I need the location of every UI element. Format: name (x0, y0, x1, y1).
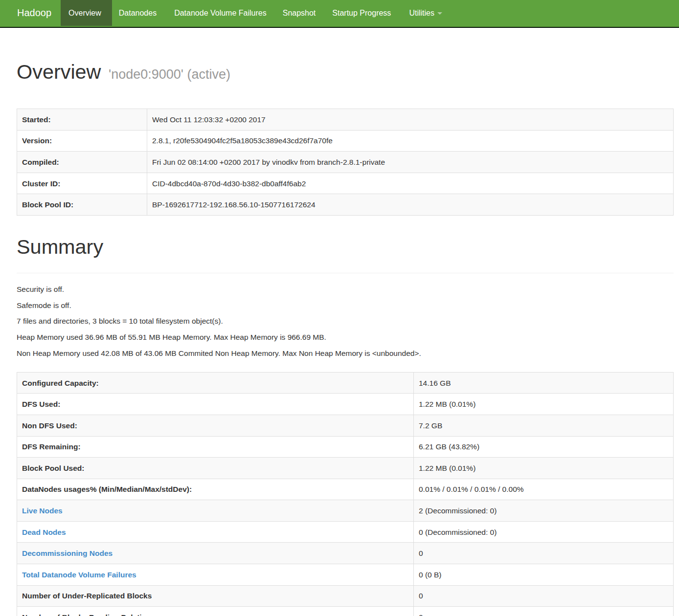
row-label: Live Nodes (17, 500, 414, 522)
summary-title: Summary (17, 236, 674, 258)
row-label: Compiled: (17, 152, 147, 173)
table-row-cluster-id: Cluster ID: CID-4dbcd40a-870d-4d30-b382-… (17, 173, 674, 194)
nav-item-datanodes[interactable]: Datanodes (112, 0, 165, 27)
table-row-compiled: Compiled: Fri Jun 02 08:14:00 +0200 2017… (17, 152, 674, 173)
row-label: Number of Under-Replicated Blocks (17, 585, 414, 607)
table-row-total-datanode-volume-failures: Total Datanode Volume Failures 0 (0 B) (17, 564, 674, 586)
filesystem-objects: 7 files and directories, 3 blocks = 10 t… (17, 316, 674, 326)
table-row-block-pool-id: Block Pool ID: BP-1692617712-192.168.56.… (17, 194, 674, 216)
summary-header: Summary (17, 236, 674, 273)
page-subtitle: 'node0:9000' (active) (109, 67, 230, 82)
total-datanode-volume-failures-link[interactable]: Total Datanode Volume Failures (22, 571, 136, 579)
live-nodes-link[interactable]: Live Nodes (22, 506, 63, 515)
row-value: 7.2 GB (414, 415, 674, 436)
row-label: DFS Remaining: (17, 436, 414, 458)
row-value: 0 (Decommissioned: 0) (414, 521, 674, 543)
navbar: Hadoop Overview Datanodes Datanode Volum… (0, 0, 679, 28)
table-row-dead-nodes: Dead Nodes 0 (Decommissioned: 0) (17, 521, 674, 543)
security-status: Security is off. (17, 284, 674, 294)
brand-link[interactable]: Hadoop (0, 0, 60, 27)
caret-down-icon (437, 12, 442, 15)
row-label: Block Pool ID: (17, 194, 147, 216)
table-row-dfs-used: DFS Used: 1.22 MB (0.01%) (17, 394, 674, 415)
row-value: 2.8.1, r20fe5304904fc2f5a18053c389e43cd2… (147, 130, 674, 152)
heap-memory: Heap Memory used 36.96 MB of 55.91 MB He… (17, 332, 674, 342)
main-content: Overview 'node0:9000' (active) Started: … (17, 61, 674, 616)
row-value: 0 (0 B) (414, 564, 674, 586)
row-label: Dead Nodes (17, 521, 414, 543)
decommissioning-nodes-link[interactable]: Decommissioning Nodes (22, 549, 113, 557)
row-value: CID-4dbcd40a-870d-4d30-b382-db0aff4f6ab2 (147, 173, 674, 194)
row-label: Cluster ID: (17, 173, 147, 194)
row-value: Wed Oct 11 12:03:32 +0200 2017 (147, 109, 674, 131)
non-heap-memory: Non Heap Memory used 42.08 MB of 43.06 M… (17, 348, 674, 358)
row-label: Configured Capacity: (17, 372, 414, 394)
table-row-non-dfs-used: Non DFS Used: 7.2 GB (17, 415, 674, 436)
table-row-live-nodes: Live Nodes 2 (Decommissioned: 0) (17, 500, 674, 522)
row-value: 1.22 MB (0.01%) (414, 394, 674, 415)
row-label: Total Datanode Volume Failures (17, 564, 414, 586)
row-value: 0.01% / 0.01% / 0.01% / 0.00% (414, 479, 674, 500)
row-label: Decommissioning Nodes (17, 543, 414, 564)
row-value: 1.22 MB (0.01%) (414, 458, 674, 479)
nav-item-overview[interactable]: Overview (61, 0, 112, 27)
row-label: Number of Blocks Pending Deletion (17, 607, 414, 616)
table-row-datanodes-usages: DataNodes usages% (Min/Median/Max/stdDev… (17, 479, 674, 500)
safemode-status: Safemode is off. (17, 300, 674, 310)
row-value: BP-1692617712-192.168.56.10-150771617262… (147, 194, 674, 216)
summary-table: Configured Capacity: 14.16 GB DFS Used: … (17, 372, 674, 616)
row-label: DFS Used: (17, 394, 414, 415)
row-value: 0 (414, 585, 674, 607)
row-value: 6.21 GB (43.82%) (414, 436, 674, 458)
table-row-block-pool-used: Block Pool Used: 1.22 MB (0.01%) (17, 458, 674, 479)
table-row-blocks-pending-deletion: Number of Blocks Pending Deletion 0 (17, 607, 674, 616)
table-row-dfs-remaining: DFS Remaining: 6.21 GB (43.82%) (17, 436, 674, 458)
page-title: Overview 'node0:9000' (active) (17, 61, 674, 85)
row-value: 14.16 GB (414, 372, 674, 394)
row-value: 0 (414, 607, 674, 616)
nav-item-utilities[interactable]: Utilities (399, 0, 451, 27)
nav-item-datanode-volume-failures[interactable]: Datanode Volume Failures (165, 0, 275, 27)
table-row-started: Started: Wed Oct 11 12:03:32 +0200 2017 (17, 109, 674, 131)
table-row-version: Version: 2.8.1, r20fe5304904fc2f5a18053c… (17, 130, 674, 152)
table-row-configured-capacity: Configured Capacity: 14.16 GB (17, 372, 674, 394)
navbar-menu: Overview Datanodes Datanode Volume Failu… (61, 0, 451, 27)
dead-nodes-link[interactable]: Dead Nodes (22, 528, 66, 536)
table-row-under-replicated-blocks: Number of Under-Replicated Blocks 0 (17, 585, 674, 607)
nav-item-startup-progress[interactable]: Startup Progress (323, 0, 399, 27)
row-label: Version: (17, 130, 147, 152)
row-value: Fri Jun 02 08:14:00 +0200 2017 by vinodk… (147, 152, 674, 173)
nav-item-snapshot[interactable]: Snapshot (275, 0, 324, 27)
row-label: Non DFS Used: (17, 415, 414, 436)
row-label: Block Pool Used: (17, 458, 414, 479)
row-value: 0 (414, 543, 674, 564)
table-row-decommissioning-nodes: Decommissioning Nodes 0 (17, 543, 674, 564)
row-value: 2 (Decommissioned: 0) (414, 500, 674, 522)
row-label: DataNodes usages% (Min/Median/Max/stdDev… (17, 479, 414, 500)
overview-table: Started: Wed Oct 11 12:03:32 +0200 2017 … (17, 109, 674, 216)
row-label: Started: (17, 109, 147, 131)
